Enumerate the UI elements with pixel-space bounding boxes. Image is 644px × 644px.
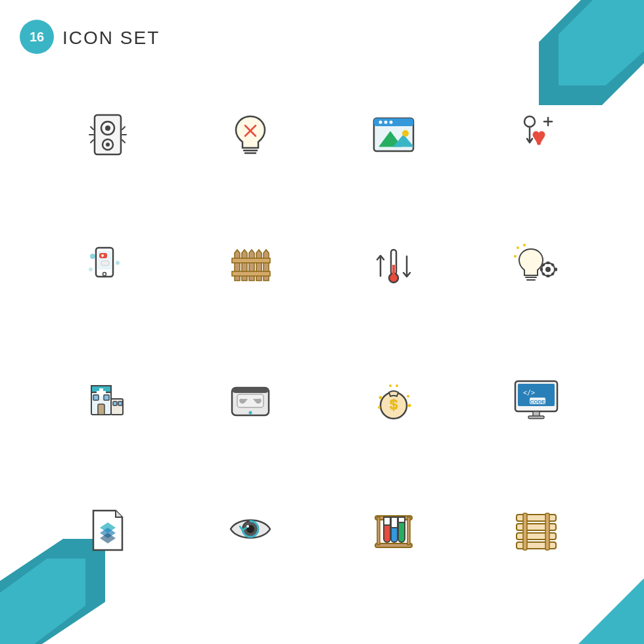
icon-code-monitor: </> CODE	[469, 335, 605, 460]
icon-social-chat	[39, 204, 176, 329]
icon-temperature-adjust	[325, 204, 462, 329]
icon-speaker	[39, 72, 176, 197]
svg-point-83	[396, 384, 398, 387]
svg-text:CODE: CODE	[530, 399, 546, 405]
svg-rect-41	[232, 271, 270, 276]
svg-rect-44	[392, 265, 395, 277]
svg-rect-100	[407, 517, 410, 545]
svg-rect-102	[384, 517, 390, 525]
svg-rect-66	[98, 404, 104, 415]
svg-rect-53	[540, 268, 543, 271]
svg-point-81	[407, 404, 411, 407]
svg-point-19	[389, 121, 392, 124]
svg-rect-106	[398, 517, 405, 522]
svg-point-32	[116, 261, 120, 265]
svg-point-80	[407, 395, 409, 398]
icon-layers-doc	[39, 467, 176, 591]
icon-heart-sort	[469, 72, 605, 197]
svg-rect-65	[97, 391, 106, 394]
svg-point-75	[249, 411, 252, 415]
svg-point-60	[517, 246, 519, 249]
svg-line-7	[91, 140, 93, 143]
svg-point-82	[389, 384, 392, 387]
svg-point-2	[105, 126, 110, 131]
svg-point-17	[379, 121, 382, 124]
icon-money-bag: $	[325, 335, 462, 460]
icon-grid: $ </> CODE	[39, 72, 605, 591]
svg-point-22	[402, 130, 409, 137]
svg-line-10	[122, 140, 125, 143]
svg-rect-67	[93, 395, 99, 400]
svg-rect-87	[528, 416, 544, 419]
svg-point-61	[523, 244, 526, 246]
svg-rect-73	[232, 388, 269, 393]
svg-rect-111	[523, 513, 527, 550]
page-title: ICON SET	[62, 28, 160, 49]
svg-rect-52	[547, 275, 550, 277]
icon-hospital	[39, 335, 176, 460]
icon-idea-settings	[469, 204, 605, 329]
svg-point-50	[545, 267, 551, 272]
icon-image-window	[325, 72, 462, 197]
svg-rect-99	[377, 517, 380, 545]
svg-rect-54	[555, 268, 557, 271]
svg-rect-107	[517, 515, 556, 521]
svg-rect-108	[517, 524, 556, 530]
svg-point-79	[378, 406, 380, 409]
svg-rect-68	[104, 395, 109, 400]
svg-point-33	[89, 267, 93, 271]
svg-point-31	[90, 254, 95, 259]
svg-point-4	[106, 143, 110, 147]
svg-rect-70	[113, 402, 117, 405]
icon-bulb-x	[183, 72, 319, 197]
icon-fence	[183, 204, 319, 329]
icon-wood-stack	[469, 467, 605, 591]
svg-rect-97	[375, 543, 412, 547]
svg-rect-51	[547, 262, 550, 264]
svg-text:</>: </>	[523, 389, 535, 396]
svg-rect-109	[517, 533, 556, 540]
svg-point-23	[524, 116, 535, 127]
svg-rect-71	[118, 402, 122, 405]
svg-rect-104	[391, 517, 398, 528]
svg-line-5	[91, 127, 93, 129]
svg-point-59	[514, 255, 517, 258]
icon-weight-scale	[183, 335, 319, 460]
svg-line-8	[122, 127, 125, 129]
icon-eye-reset	[183, 467, 319, 591]
icon-test-tubes	[325, 467, 462, 591]
number-badge: 16	[20, 20, 54, 54]
svg-rect-30	[101, 261, 109, 265]
svg-rect-40	[232, 258, 270, 263]
svg-text:$: $	[390, 396, 398, 413]
svg-point-78	[379, 396, 382, 400]
svg-rect-110	[517, 542, 556, 549]
svg-rect-112	[545, 513, 549, 550]
svg-point-18	[384, 121, 387, 124]
